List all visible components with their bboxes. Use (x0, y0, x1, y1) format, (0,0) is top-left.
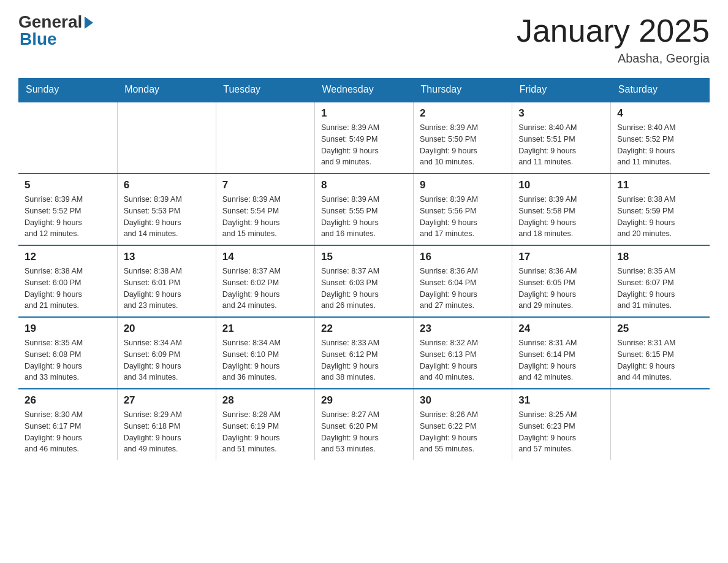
calendar-day-cell: 5Sunrise: 8:39 AMSunset: 5:52 PMDaylight… (18, 174, 117, 245)
day-info: Sunrise: 8:40 AMSunset: 5:51 PMDaylight:… (518, 122, 604, 168)
day-number: 5 (25, 179, 111, 191)
calendar-day-cell: 31Sunrise: 8:25 AMSunset: 6:23 PMDayligh… (512, 389, 611, 460)
day-info: Sunrise: 8:40 AMSunset: 5:52 PMDaylight:… (617, 122, 703, 168)
day-of-week-header: Wednesday (314, 78, 413, 102)
day-info: Sunrise: 8:29 AMSunset: 6:18 PMDaylight:… (124, 409, 210, 455)
location-text: Abasha, Georgia (517, 52, 710, 66)
day-of-week-header: Friday (512, 78, 611, 102)
day-info: Sunrise: 8:39 AMSunset: 5:54 PMDaylight:… (222, 194, 308, 240)
calendar-day-cell: 1Sunrise: 8:39 AMSunset: 5:49 PMDaylight… (314, 102, 413, 174)
calendar-day-cell: 15Sunrise: 8:37 AMSunset: 6:03 PMDayligh… (314, 245, 413, 317)
day-number: 25 (617, 323, 703, 335)
day-info: Sunrise: 8:39 AMSunset: 5:52 PMDaylight:… (25, 194, 111, 240)
calendar-week-row: 19Sunrise: 8:35 AMSunset: 6:08 PMDayligh… (18, 317, 710, 389)
day-info: Sunrise: 8:35 AMSunset: 6:07 PMDaylight:… (617, 266, 703, 312)
calendar-day-cell: 20Sunrise: 8:34 AMSunset: 6:09 PMDayligh… (117, 317, 216, 389)
day-number: 20 (124, 323, 210, 335)
day-number: 31 (518, 394, 604, 407)
day-info: Sunrise: 8:37 AMSunset: 6:02 PMDaylight:… (222, 266, 308, 312)
calendar-empty-cell (117, 102, 216, 174)
calendar-day-cell: 30Sunrise: 8:26 AMSunset: 6:22 PMDayligh… (414, 389, 512, 460)
day-number: 8 (321, 179, 407, 191)
title-section: January 2025 Abasha, Georgia (517, 12, 710, 66)
day-info: Sunrise: 8:39 AMSunset: 5:55 PMDaylight:… (321, 194, 407, 240)
calendar-day-cell: 29Sunrise: 8:27 AMSunset: 6:20 PMDayligh… (314, 389, 413, 460)
calendar-day-cell: 4Sunrise: 8:40 AMSunset: 5:52 PMDaylight… (611, 102, 710, 174)
day-number: 6 (124, 179, 210, 191)
day-info: Sunrise: 8:39 AMSunset: 5:58 PMDaylight:… (518, 194, 604, 240)
day-info: Sunrise: 8:27 AMSunset: 6:20 PMDaylight:… (321, 409, 407, 455)
day-number: 12 (25, 251, 111, 263)
calendar-day-cell: 18Sunrise: 8:35 AMSunset: 6:07 PMDayligh… (611, 245, 710, 317)
day-info: Sunrise: 8:30 AMSunset: 6:17 PMDaylight:… (25, 409, 111, 455)
day-info: Sunrise: 8:32 AMSunset: 6:13 PMDaylight:… (420, 337, 506, 383)
day-of-week-header: Monday (117, 78, 216, 102)
day-of-week-header: Sunday (18, 78, 117, 102)
calendar-week-row: 26Sunrise: 8:30 AMSunset: 6:17 PMDayligh… (18, 389, 710, 460)
day-info: Sunrise: 8:26 AMSunset: 6:22 PMDaylight:… (420, 409, 506, 455)
day-info: Sunrise: 8:25 AMSunset: 6:23 PMDaylight:… (518, 409, 604, 455)
logo-blue-text: Blue (20, 29, 57, 49)
day-number: 22 (321, 323, 407, 335)
calendar-day-cell: 2Sunrise: 8:39 AMSunset: 5:50 PMDaylight… (414, 102, 512, 174)
calendar-day-cell: 11Sunrise: 8:38 AMSunset: 5:59 PMDayligh… (611, 174, 710, 245)
calendar-day-cell: 14Sunrise: 8:37 AMSunset: 6:02 PMDayligh… (216, 245, 314, 317)
day-number: 24 (518, 323, 604, 335)
day-info: Sunrise: 8:39 AMSunset: 5:50 PMDaylight:… (420, 122, 506, 168)
calendar-day-cell: 6Sunrise: 8:39 AMSunset: 5:53 PMDaylight… (117, 174, 216, 245)
calendar-week-row: 12Sunrise: 8:38 AMSunset: 6:00 PMDayligh… (18, 245, 710, 317)
calendar-day-cell: 24Sunrise: 8:31 AMSunset: 6:14 PMDayligh… (512, 317, 611, 389)
day-number: 13 (124, 251, 210, 263)
day-of-week-header: Saturday (611, 78, 710, 102)
calendar-title: January 2025 (517, 12, 710, 49)
calendar-day-cell: 23Sunrise: 8:32 AMSunset: 6:13 PMDayligh… (414, 317, 512, 389)
day-number: 27 (124, 394, 210, 407)
calendar-week-row: 5Sunrise: 8:39 AMSunset: 5:52 PMDaylight… (18, 174, 710, 245)
day-info: Sunrise: 8:38 AMSunset: 5:59 PMDaylight:… (617, 194, 703, 240)
day-number: 26 (25, 394, 111, 407)
day-info: Sunrise: 8:35 AMSunset: 6:08 PMDaylight:… (25, 337, 111, 383)
calendar-day-cell: 19Sunrise: 8:35 AMSunset: 6:08 PMDayligh… (18, 317, 117, 389)
day-info: Sunrise: 8:34 AMSunset: 6:10 PMDaylight:… (222, 337, 308, 383)
day-info: Sunrise: 8:37 AMSunset: 6:03 PMDaylight:… (321, 266, 407, 312)
day-number: 14 (222, 251, 308, 263)
day-info: Sunrise: 8:39 AMSunset: 5:53 PMDaylight:… (124, 194, 210, 240)
day-number: 15 (321, 251, 407, 263)
calendar-day-cell: 16Sunrise: 8:36 AMSunset: 6:04 PMDayligh… (414, 245, 512, 317)
calendar-day-cell: 28Sunrise: 8:28 AMSunset: 6:19 PMDayligh… (216, 389, 314, 460)
calendar-empty-cell (216, 102, 314, 174)
day-of-week-header: Tuesday (216, 78, 314, 102)
day-info: Sunrise: 8:28 AMSunset: 6:19 PMDaylight:… (222, 409, 308, 455)
day-number: 21 (222, 323, 308, 335)
day-number: 3 (518, 107, 604, 120)
day-number: 16 (420, 251, 506, 263)
day-info: Sunrise: 8:36 AMSunset: 6:04 PMDaylight:… (420, 266, 506, 312)
day-number: 9 (420, 179, 506, 191)
calendar-day-cell: 27Sunrise: 8:29 AMSunset: 6:18 PMDayligh… (117, 389, 216, 460)
day-info: Sunrise: 8:31 AMSunset: 6:14 PMDaylight:… (518, 337, 604, 383)
calendar-day-cell: 8Sunrise: 8:39 AMSunset: 5:55 PMDaylight… (314, 174, 413, 245)
calendar-day-cell: 21Sunrise: 8:34 AMSunset: 6:10 PMDayligh… (216, 317, 314, 389)
day-number: 2 (420, 107, 506, 120)
calendar-day-cell: 13Sunrise: 8:38 AMSunset: 6:01 PMDayligh… (117, 245, 216, 317)
day-info: Sunrise: 8:31 AMSunset: 6:15 PMDaylight:… (617, 337, 703, 383)
day-number: 18 (617, 251, 703, 263)
day-info: Sunrise: 8:39 AMSunset: 5:49 PMDaylight:… (321, 122, 407, 168)
calendar-day-cell: 10Sunrise: 8:39 AMSunset: 5:58 PMDayligh… (512, 174, 611, 245)
day-number: 28 (222, 394, 308, 407)
day-number: 10 (518, 179, 604, 191)
logo-arrow-icon (85, 17, 93, 29)
calendar-day-cell: 25Sunrise: 8:31 AMSunset: 6:15 PMDayligh… (611, 317, 710, 389)
calendar-empty-cell (611, 389, 710, 460)
calendar-day-cell: 7Sunrise: 8:39 AMSunset: 5:54 PMDaylight… (216, 174, 314, 245)
day-number: 11 (617, 179, 703, 191)
page-header: General Blue January 2025 Abasha, Georgi… (18, 12, 710, 66)
day-info: Sunrise: 8:34 AMSunset: 6:09 PMDaylight:… (124, 337, 210, 383)
calendar-day-cell: 9Sunrise: 8:39 AMSunset: 5:56 PMDaylight… (414, 174, 512, 245)
day-of-week-header: Thursday (414, 78, 512, 102)
logo: General Blue (18, 12, 93, 49)
calendar-table: SundayMondayTuesdayWednesdayThursdayFrid… (18, 78, 710, 460)
day-number: 7 (222, 179, 308, 191)
day-number: 29 (321, 394, 407, 407)
calendar-day-cell: 12Sunrise: 8:38 AMSunset: 6:00 PMDayligh… (18, 245, 117, 317)
